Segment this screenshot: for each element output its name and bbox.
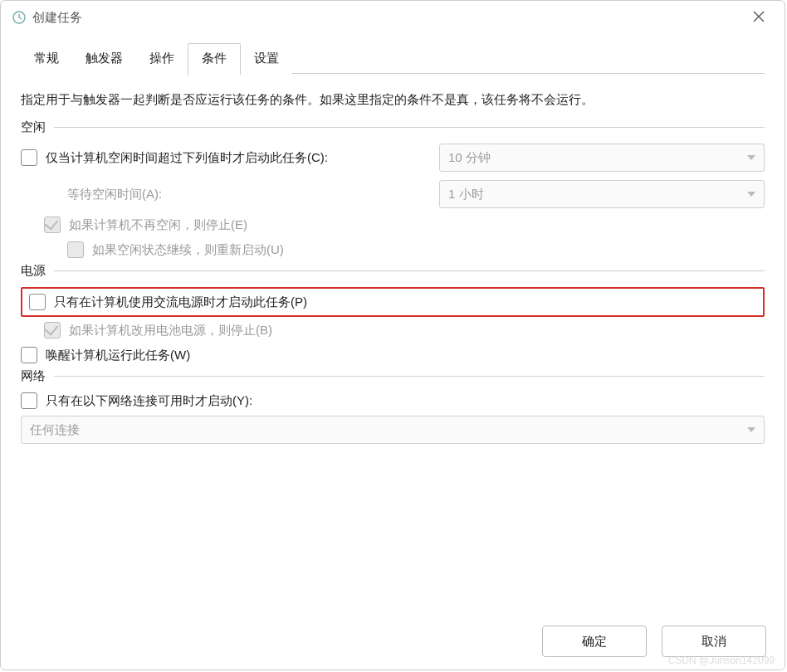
- window-title: 创建任务: [32, 10, 82, 26]
- conditions-description: 指定用于与触发器一起判断是否应运行该任务的条件。如果这里指定的条件不是真，该任务…: [21, 90, 765, 110]
- row-only-if-network: 只有在以下网络连接可用时才启动(Y):: [21, 392, 765, 409]
- chevron-down-icon: [747, 155, 755, 160]
- checkbox-wake-to-run[interactable]: [21, 347, 37, 363]
- tab-label: 常规: [34, 51, 59, 65]
- section-label: 电源: [21, 263, 46, 279]
- checkbox-ac-only[interactable]: [29, 294, 46, 310]
- select-idle-duration[interactable]: 10 分钟: [439, 144, 765, 172]
- row-wait-idle: 等待空闲时间(A): 1 小时: [21, 180, 765, 208]
- section-idle: 空闲: [21, 119, 765, 135]
- section-power: 电源: [21, 263, 765, 279]
- titlebar: 创建任务: [1, 1, 785, 34]
- tab-general[interactable]: 常规: [21, 44, 72, 75]
- label-ac-only: 只有在计算机使用交流电源时才启动此任务(P): [54, 295, 307, 310]
- tab-bar: 常规 触发器 操作 条件 设置: [21, 42, 292, 75]
- label-start-if-idle: 仅当计算机空闲时间超过下列值时才启动此任务(C):: [46, 150, 328, 166]
- checkbox-start-if-idle[interactable]: [21, 149, 37, 166]
- dialog-content: 常规 触发器 操作 条件 设置 指定用于与触发器一起判断是否应运行该任务的条件。…: [1, 34, 785, 613]
- tab-label: 触发器: [86, 51, 123, 65]
- checkbox-stop-if-not-idle: [44, 217, 61, 233]
- close-icon[interactable]: [745, 4, 773, 32]
- chevron-down-icon: [747, 192, 755, 197]
- tab-label: 条件: [202, 51, 227, 65]
- select-value: 10 分钟: [448, 150, 491, 166]
- section-label: 网络: [21, 368, 46, 384]
- row-wake-to-run: 唤醒计算机运行此任务(W): [21, 347, 765, 363]
- row-start-if-idle: 仅当计算机空闲时间超过下列值时才启动此任务(C): 10 分钟: [21, 144, 765, 172]
- row-ac-only: 只有在计算机使用交流电源时才启动此任务(P): [29, 294, 756, 310]
- section-label: 空闲: [21, 119, 46, 135]
- highlight-ac-only: 只有在计算机使用交流电源时才启动此任务(P): [21, 287, 765, 317]
- select-value: 任何连接: [30, 422, 80, 438]
- row-network-select: 任何连接: [21, 416, 765, 444]
- checkbox-stop-on-battery: [44, 322, 61, 338]
- label-restart-if-idle: 如果空闲状态继续，则重新启动(U): [92, 242, 284, 258]
- tab-underline: [292, 73, 765, 74]
- chevron-down-icon: [747, 427, 755, 432]
- checkbox-restart-if-idle: [67, 241, 84, 258]
- row-restart-if-idle: 如果空闲状态继续，则重新启动(U): [21, 241, 765, 258]
- section-network: 网络: [21, 368, 765, 384]
- cancel-button[interactable]: 取消: [662, 626, 766, 657]
- label-stop-on-battery: 如果计算机改用电池电源，则停止(B): [69, 323, 272, 338]
- label-wait-idle: 等待空闲时间(A):: [67, 187, 162, 202]
- ok-button[interactable]: 确定: [542, 626, 647, 657]
- tab-triggers[interactable]: 触发器: [72, 44, 136, 75]
- tab-label: 设置: [254, 51, 279, 65]
- button-label: 确定: [582, 634, 607, 650]
- dialog-footer: 确定 取消: [1, 613, 785, 670]
- select-network-connection[interactable]: 任何连接: [21, 416, 765, 444]
- select-wait-idle[interactable]: 1 小时: [439, 180, 765, 208]
- tab-conditions[interactable]: 条件: [188, 43, 241, 75]
- section-divider: [54, 270, 765, 271]
- label-wake-to-run: 唤醒计算机运行此任务(W): [46, 348, 190, 363]
- button-label: 取消: [701, 634, 726, 650]
- label-stop-if-not-idle: 如果计算机不再空闲，则停止(E): [69, 217, 247, 233]
- checkbox-only-if-network[interactable]: [21, 392, 37, 409]
- section-divider: [54, 376, 765, 377]
- dialog-window: 创建任务 常规 触发器 操作 条件 设置 指定用于与触发器一起判断是否应运行该任…: [0, 0, 785, 670]
- tab-actions[interactable]: 操作: [136, 44, 188, 75]
- app-clock-icon: [12, 11, 26, 24]
- label-only-if-network: 只有在以下网络连接可用时才启动(Y):: [46, 393, 252, 409]
- tab-settings[interactable]: 设置: [241, 44, 292, 75]
- row-stop-on-battery: 如果计算机改用电池电源，则停止(B): [21, 322, 765, 338]
- tab-label: 操作: [149, 51, 174, 65]
- row-stop-if-not-idle: 如果计算机不再空闲，则停止(E): [21, 217, 765, 233]
- section-divider: [54, 127, 765, 128]
- select-value: 1 小时: [448, 187, 484, 202]
